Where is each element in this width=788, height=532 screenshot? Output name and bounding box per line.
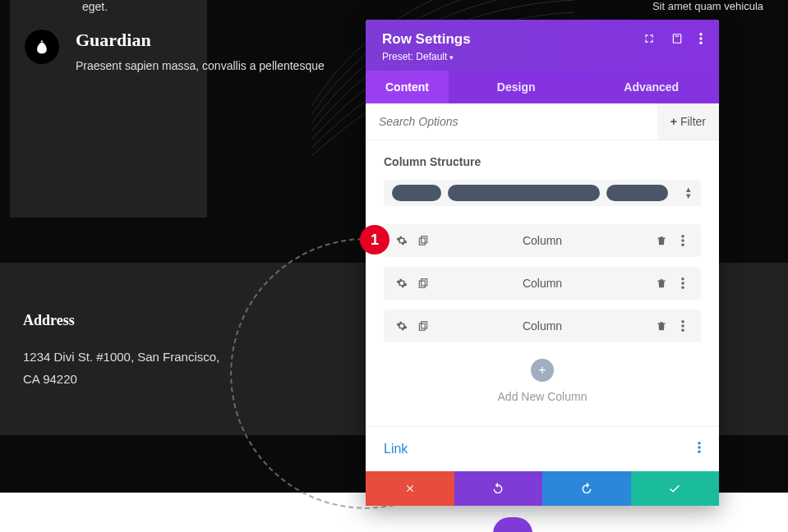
svg-rect-15 [419,323,425,330]
menu-dots-icon[interactable] [699,33,703,47]
row-settings-modal: Row Settings Preset: Default Content Des… [366,20,719,506]
cancel-button[interactable] [366,471,454,506]
dropdown-arrows-icon: ▴▾ [686,186,691,199]
menu-dots-icon[interactable] [676,277,689,290]
undo-button[interactable] [454,471,543,506]
tab-design[interactable]: Design [449,71,584,103]
filter-label: Filter [680,115,706,128]
responsive-icon[interactable] [671,33,683,47]
menu-dots-icon[interactable] [676,234,689,247]
duplicate-icon[interactable] [417,277,430,290]
add-column-button[interactable]: + [531,359,554,382]
svg-point-14 [681,287,684,290]
column-item[interactable]: Column [384,267,701,300]
svg-point-12 [681,277,684,281]
search-input[interactable] [366,103,657,140]
svg-rect-1 [675,35,680,36]
menu-dots-icon[interactable] [676,319,689,332]
trash-icon[interactable] [655,234,668,247]
svg-rect-6 [422,236,427,243]
column-item[interactable]: Column [384,224,701,257]
tab-advanced[interactable]: Advanced [583,71,719,103]
tab-content[interactable]: Content [366,71,449,103]
link-section[interactable]: Link [366,426,719,471]
column-bar [448,185,600,201]
column-label: Column [430,234,655,247]
modal-header: Row Settings Preset: Default [366,20,719,71]
column-structure-selector[interactable]: ▴▾ [384,180,701,206]
svg-rect-0 [673,34,680,43]
gear-icon[interactable] [395,234,408,247]
svg-point-18 [681,324,684,328]
column-item[interactable]: Column [384,310,701,342]
guardian-heading: Guardian [76,30,325,51]
svg-rect-16 [422,322,427,328]
redo-button[interactable] [542,471,631,506]
column-label: Column [430,277,655,290]
svg-point-3 [699,37,703,40]
svg-point-17 [681,320,684,323]
column-label: Column [430,319,655,332]
expand-icon[interactable] [643,33,655,47]
trash-icon[interactable] [655,277,668,290]
preset-dropdown[interactable]: Preset: Default [382,51,703,62]
modal-tabs: Content Design Advanced [366,71,719,103]
svg-point-13 [681,282,684,285]
menu-dots-icon[interactable] [698,442,701,456]
svg-point-20 [698,442,701,445]
address-line: 1234 Divi St. #1000, San Francisco, [23,346,219,368]
address-heading: Address [23,312,219,329]
guardian-description: Praesent sapien massa, convallis a pelle… [76,57,325,75]
duplicate-icon[interactable] [417,234,430,247]
text-snippet: eget. [82,0,353,13]
svg-point-22 [698,451,701,454]
svg-point-8 [681,239,684,242]
svg-rect-11 [422,279,427,286]
svg-point-4 [699,41,703,44]
money-bag-icon [25,30,59,64]
column-structure-label: Column Structure [384,155,701,168]
column-bar [392,185,441,201]
link-label: Link [384,442,408,456]
svg-point-9 [681,244,684,247]
column-bar [606,185,668,201]
svg-point-19 [681,329,684,332]
address-line: CA 94220 [23,368,219,390]
trash-icon[interactable] [655,319,668,332]
duplicate-icon[interactable] [417,319,430,332]
svg-point-7 [681,235,684,238]
filter-button[interactable]: + Filter [657,103,719,140]
modal-title: Row Settings [382,31,471,48]
right-text-snippet: Sit amet quam vehicula [652,0,763,12]
svg-rect-10 [419,281,425,287]
gear-icon[interactable] [395,319,408,332]
add-column-label: Add New Column [384,390,701,403]
gear-icon[interactable] [395,277,408,290]
callout-badge: 1 [360,225,389,255]
save-button[interactable] [631,471,720,506]
svg-point-21 [698,446,701,449]
svg-point-2 [699,33,703,36]
svg-rect-5 [419,238,425,245]
